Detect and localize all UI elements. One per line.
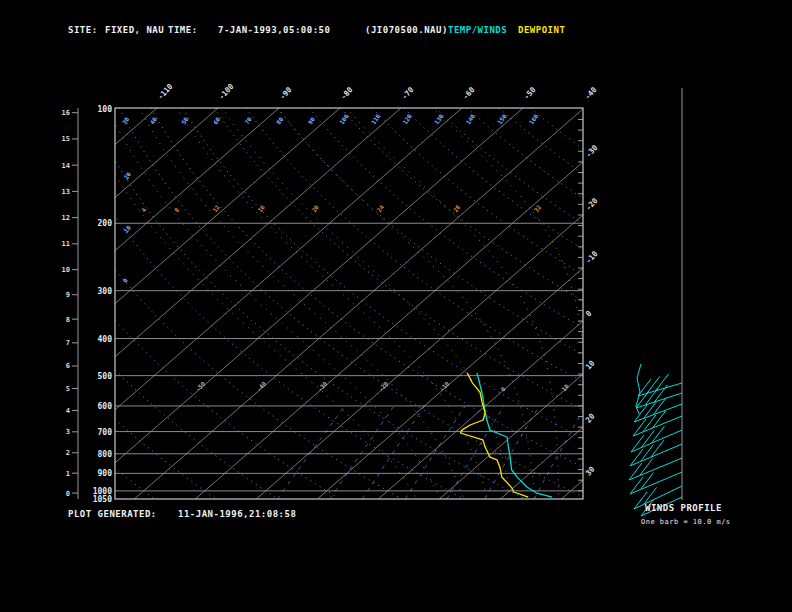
height-label: 8 [66,316,70,324]
pressure-label: 200 [98,219,113,228]
height-label: 16 [62,109,70,117]
isotherm-line [378,108,792,499]
moist-adiabat-line [345,107,558,499]
dry-adiabat-line [0,108,30,499]
winds-barb-legend: One barb = 10.0 m/s [641,518,731,526]
pressure-label: 900 [98,469,113,478]
isotherm-line [0,108,96,499]
dry-adiabat-label: 130 [433,112,445,125]
moist-adiabat-line [176,107,487,499]
height-label: 13 [62,188,70,196]
dry-adiabat-label: 30 [121,115,131,125]
dry-adiabat-line [88,108,525,499]
dry-adiabat-line [467,108,792,499]
pressure-label: 1050 [93,495,112,504]
isotherm-line [0,108,340,499]
dry-adiabat-line [0,108,216,499]
dry-adiabat-label: 120 [401,112,413,125]
wind-barb-feather [644,487,657,504]
dry-adiabat-line [0,108,339,499]
moist-adiabat-label: 12 [211,203,221,213]
height-label: 9 [66,291,70,299]
dry-adiabat-label: 0 [121,277,129,284]
dry-adiabat-line [530,108,792,499]
isotherm-line [73,108,523,499]
isotherm-line [134,108,584,499]
mixing-ratio-line [277,406,344,499]
mixing-ratio-line [405,406,465,499]
right-temp-label: -30 [584,143,600,159]
height-label: 0 [66,490,70,498]
dry-adiabat-label: 100 [338,112,350,125]
skewt-plot-screen: SITE: FIXED, NAU TIME: 7-JAN-1993,05:00:… [0,0,792,612]
mid-isotherm-label: -20 [377,380,390,393]
top-temp-label: -90 [278,85,294,101]
right-temp-label: 30 [584,464,597,477]
dry-adiabat-label: 70 [243,115,253,125]
height-label: 3 [66,428,70,436]
dry-adiabat-label: 150 [496,112,508,125]
top-temp-label: -40 [583,85,599,101]
pressure-label: 100 [98,105,113,114]
height-label: 7 [66,339,70,347]
top-temp-label: -80 [339,85,355,101]
height-label: 6 [66,362,70,370]
isotherm-line [256,108,706,499]
dry-adiabat-label: 40 [148,115,158,125]
top-temp-label: -110 [156,82,175,102]
moist-adiabat-label: 20 [310,203,320,213]
mid-isotherm-label: 10 [560,382,570,392]
dry-adiabat-label: 90 [306,115,316,125]
isotherm-line [439,108,792,499]
isotherm-line [622,108,792,499]
dry-adiabat-line [341,108,792,499]
top-temp-label: -100 [217,82,236,102]
winds-profile-title: WINDS PROFILE [645,503,722,513]
right-temp-label: -10 [584,249,600,265]
dry-adiabat-line [0,108,154,499]
pressure-label: 500 [98,372,113,381]
pressure-label: 600 [98,402,113,411]
dry-adiabat-line [56,108,462,499]
mid-isotherm-label: -50 [194,380,207,393]
pressure-label: 700 [98,428,113,437]
pressure-label: 800 [98,450,113,459]
dry-adiabat-line [436,108,792,499]
height-label: 5 [66,385,70,393]
right-temp-label: -20 [584,196,600,212]
height-label: 1 [66,470,70,478]
isotherm-line [317,108,767,499]
plot-border [115,108,583,499]
moist-adiabat-line [139,107,464,499]
height-label: 15 [62,135,70,143]
isotherm-line [195,108,645,499]
mid-isotherm-label: -40 [255,380,268,393]
moist-adiabat-label: 8 [173,206,181,213]
top-temp-label: -70 [400,85,416,101]
right-temp-label: 0 [584,309,594,319]
dry-adiabat-label: 140 [464,112,476,125]
moist-adiabat-label: 28 [451,203,461,213]
moist-adiabat-line [431,107,585,499]
dry-adiabat-label: 160 [527,112,539,125]
moist-adiabat-line [277,107,535,499]
height-label: 4 [66,407,70,415]
plot-generated-label: PLOT GENERATED: [68,509,157,519]
top-temp-label: -60 [461,85,477,101]
dry-adiabat-label: 20 [122,170,132,180]
mixing-ratio-line [362,406,424,499]
dry-adiabat-line [25,108,401,499]
dry-adiabat-line [278,108,792,499]
top-temp-label: -50 [522,85,538,101]
dry-adiabat-label: 50 [180,115,190,125]
isotherm-line [0,108,401,499]
dry-adiabat-line [151,108,648,499]
moist-adiabat-label: 4 [140,206,148,213]
mid-isotherm-label: -30 [316,380,329,393]
moist-adiabat-line [221,107,511,499]
dry-adiabat-line [309,108,792,499]
dry-adiabat-line [404,108,792,499]
dry-adiabat-label: 80 [275,115,285,125]
dry-adiabat-label: 110 [369,112,381,125]
temp-curve [477,373,552,497]
